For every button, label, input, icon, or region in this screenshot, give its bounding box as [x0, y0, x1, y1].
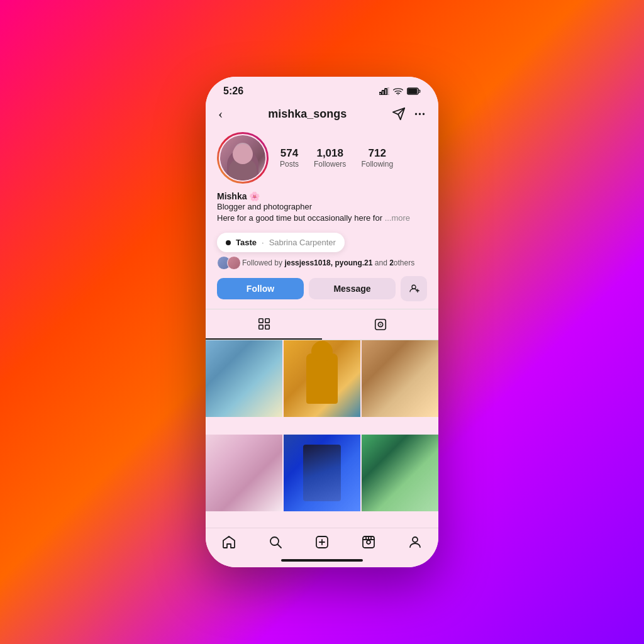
battery-icon — [407, 87, 421, 95]
grid-cell[interactable] — [206, 340, 282, 417]
grid-cell[interactable] — [206, 435, 282, 511]
status-icons — [379, 87, 421, 95]
nav-bar: ‹ mishka_songs ··· — [206, 101, 438, 126]
action-buttons: Follow Message — [217, 276, 427, 301]
avatar[interactable] — [217, 132, 269, 184]
svg-point-15 — [379, 324, 381, 326]
reels-icon — [361, 535, 376, 550]
music-separator: · — [262, 238, 264, 247]
followers-count: 1,018 — [316, 147, 343, 160]
wifi-icon — [393, 87, 403, 95]
profile-icon — [408, 535, 423, 550]
nav-create[interactable] — [299, 535, 345, 550]
profile-header: 574 Posts 1,018 Followers 712 Following — [217, 132, 427, 184]
send-icon[interactable] — [392, 107, 406, 121]
grid-icon — [257, 317, 271, 331]
following-label: Following — [361, 160, 393, 169]
following-count: 712 — [369, 147, 386, 160]
following-stat[interactable]: 712 Following — [361, 147, 393, 169]
status-bar: 5:26 — [206, 77, 438, 101]
music-song: Taste — [236, 238, 257, 247]
svg-rect-0 — [379, 92, 381, 95]
svg-rect-2 — [385, 89, 387, 95]
stats-row: 574 Posts 1,018 Followers 712 Following — [280, 147, 427, 169]
svg-rect-6 — [408, 89, 417, 94]
message-button[interactable]: Message — [309, 278, 396, 299]
tab-grid[interactable] — [206, 309, 322, 340]
posts-stat[interactable]: 574 Posts — [280, 147, 299, 169]
followers-stat[interactable]: 1,018 Followers — [314, 147, 346, 169]
bio-section: Mishka 🌸 Blogger and photographer Here f… — [217, 191, 427, 224]
profile-name: Mishka 🌸 — [217, 191, 427, 201]
phone-frame: 5:26 ‹ mishka_songs — [206, 77, 438, 567]
svg-point-20 — [413, 537, 418, 542]
add-friend-button[interactable] — [401, 276, 427, 301]
verified-badge: 🌸 — [249, 191, 260, 201]
tab-tagged[interactable] — [322, 309, 438, 340]
followed-text: Followed by jessjess1018, pyoung.21 and … — [242, 258, 414, 267]
nav-username: mishka_songs — [268, 108, 347, 121]
grid-cell[interactable] — [284, 435, 360, 511]
nav-home[interactable] — [206, 535, 252, 550]
follow-button[interactable]: Follow — [217, 278, 304, 299]
svg-point-4 — [397, 94, 399, 95]
more-button[interactable]: ··· — [414, 107, 426, 121]
nav-reels[interactable] — [345, 535, 392, 550]
svg-rect-10 — [265, 319, 269, 323]
svg-rect-1 — [382, 91, 384, 95]
grid-cell[interactable] — [362, 435, 438, 511]
music-artist: Sabrina Carpenter — [269, 238, 336, 247]
svg-rect-9 — [258, 319, 262, 323]
posts-label: Posts — [280, 160, 299, 169]
nav-profile[interactable] — [392, 535, 438, 550]
home-indicator — [206, 553, 438, 567]
add-person-icon — [408, 282, 419, 293]
home-bar — [281, 559, 363, 562]
svg-rect-3 — [388, 87, 390, 95]
bottom-nav — [206, 528, 438, 553]
nav-actions: ··· — [392, 107, 426, 121]
svg-rect-12 — [265, 325, 269, 329]
back-button[interactable]: ‹ — [218, 106, 223, 122]
tagged-icon — [374, 318, 387, 331]
posts-count: 574 — [280, 147, 298, 160]
followed-avatars — [217, 256, 237, 270]
nav-search[interactable] — [252, 535, 299, 550]
status-time: 5:26 — [223, 86, 243, 97]
music-playing-dot — [226, 240, 231, 245]
followed-avatar-2 — [227, 256, 241, 270]
photo-grid — [206, 340, 438, 528]
home-icon — [221, 535, 236, 550]
signal-icon — [379, 87, 389, 95]
svg-point-19 — [367, 540, 370, 544]
tab-bar — [206, 309, 438, 340]
grid-cell[interactable] — [284, 340, 360, 417]
bio-text: Blogger and photographer Here for a good… — [217, 201, 427, 224]
grid-cell[interactable] — [362, 340, 438, 417]
profile-section: 574 Posts 1,018 Followers 712 Following … — [206, 126, 438, 309]
search-icon — [268, 535, 283, 550]
followed-by: Followed by jessjess1018, pyoung.21 and … — [217, 256, 427, 270]
music-tooltip[interactable]: Taste · Sabrina Carpenter — [217, 233, 345, 252]
create-icon — [314, 535, 330, 550]
svg-rect-11 — [258, 325, 262, 329]
followers-label: Followers — [314, 160, 346, 169]
